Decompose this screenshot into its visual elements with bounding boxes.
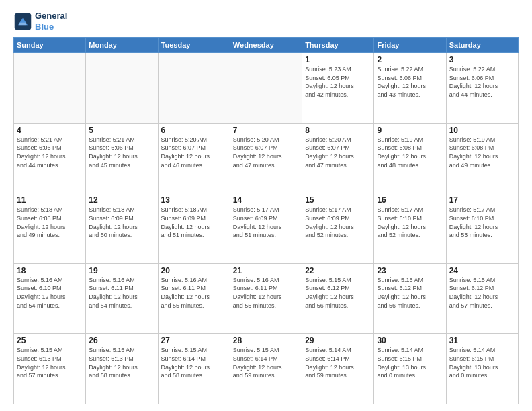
day-number: 17 <box>449 195 515 205</box>
calendar-cell: 31Sunrise: 5:14 AMSunset: 6:15 PMDayligh… <box>446 334 518 404</box>
logo: General Blue <box>13 11 67 32</box>
calendar-cell: 7Sunrise: 5:20 AMSunset: 6:07 PMDaylight… <box>230 123 302 193</box>
calendar-cell: 27Sunrise: 5:15 AMSunset: 6:14 PMDayligh… <box>158 334 230 404</box>
day-info: Sunrise: 5:15 AMSunset: 6:12 PMDaylight:… <box>377 276 443 310</box>
day-number: 6 <box>161 126 227 135</box>
day-info: Sunrise: 5:17 AMSunset: 6:09 PMDaylight:… <box>233 205 299 239</box>
day-info: Sunrise: 5:15 AMSunset: 6:13 PMDaylight:… <box>17 346 83 379</box>
calendar-cell: 28Sunrise: 5:15 AMSunset: 6:14 PMDayligh… <box>230 334 302 404</box>
week-row-3: 18Sunrise: 5:16 AMSunset: 6:10 PMDayligh… <box>14 263 519 334</box>
day-number: 24 <box>449 266 515 275</box>
day-number: 29 <box>305 336 371 345</box>
calendar-cell: 18Sunrise: 5:16 AMSunset: 6:10 PMDayligh… <box>14 263 86 334</box>
day-info: Sunrise: 5:18 AMSunset: 6:09 PMDaylight:… <box>89 205 154 239</box>
day-info: Sunrise: 5:22 AMSunset: 6:06 PMDaylight:… <box>449 65 515 99</box>
day-info: Sunrise: 5:16 AMSunset: 6:11 PMDaylight:… <box>233 276 299 310</box>
calendar-cell: 17Sunrise: 5:17 AMSunset: 6:10 PMDayligh… <box>446 193 518 264</box>
header-row: SundayMondayTuesdayWednesdayThursdayFrid… <box>14 38 519 53</box>
day-info: Sunrise: 5:15 AMSunset: 6:12 PMDaylight:… <box>449 276 515 310</box>
calendar-cell: 23Sunrise: 5:15 AMSunset: 6:12 PMDayligh… <box>374 263 446 334</box>
day-info: Sunrise: 5:17 AMSunset: 6:10 PMDaylight:… <box>377 205 443 239</box>
day-number: 11 <box>17 195 83 205</box>
day-info: Sunrise: 5:17 AMSunset: 6:09 PMDaylight:… <box>305 205 371 239</box>
calendar-cell: 9Sunrise: 5:19 AMSunset: 6:08 PMDaylight… <box>374 123 446 193</box>
week-row-4: 25Sunrise: 5:15 AMSunset: 6:13 PMDayligh… <box>14 334 519 404</box>
day-number: 10 <box>449 126 515 135</box>
calendar-cell <box>158 53 230 124</box>
calendar-cell <box>230 53 302 124</box>
col-header-monday: Monday <box>86 38 158 53</box>
day-number: 28 <box>233 336 299 345</box>
calendar-cell: 2Sunrise: 5:22 AMSunset: 6:06 PMDaylight… <box>374 53 446 124</box>
week-row-0: 1Sunrise: 5:23 AMSunset: 6:05 PMDaylight… <box>14 53 519 124</box>
day-info: Sunrise: 5:14 AMSunset: 6:14 PMDaylight:… <box>305 346 371 379</box>
calendar-cell: 10Sunrise: 5:19 AMSunset: 6:08 PMDayligh… <box>446 123 518 193</box>
day-number: 18 <box>17 266 83 275</box>
calendar-cell: 8Sunrise: 5:20 AMSunset: 6:07 PMDaylight… <box>302 123 374 193</box>
day-number: 2 <box>377 55 443 64</box>
calendar-cell: 22Sunrise: 5:15 AMSunset: 6:12 PMDayligh… <box>302 263 374 334</box>
calendar-cell: 25Sunrise: 5:15 AMSunset: 6:13 PMDayligh… <box>14 334 86 404</box>
day-number: 30 <box>377 336 443 345</box>
day-info: Sunrise: 5:15 AMSunset: 6:12 PMDaylight:… <box>305 276 371 310</box>
col-header-tuesday: Tuesday <box>158 38 230 53</box>
calendar-cell: 5Sunrise: 5:21 AMSunset: 6:06 PMDaylight… <box>86 123 158 193</box>
day-number: 4 <box>17 126 83 135</box>
col-header-friday: Friday <box>374 38 446 53</box>
logo-line1: General <box>35 11 67 21</box>
col-header-wednesday: Wednesday <box>230 38 302 53</box>
calendar-cell <box>86 53 158 124</box>
day-info: Sunrise: 5:21 AMSunset: 6:06 PMDaylight:… <box>17 136 83 169</box>
day-number: 1 <box>305 55 371 64</box>
day-info: Sunrise: 5:22 AMSunset: 6:06 PMDaylight:… <box>377 65 443 99</box>
day-info: Sunrise: 5:16 AMSunset: 6:11 PMDaylight:… <box>161 276 227 310</box>
calendar-cell <box>14 53 86 124</box>
day-number: 26 <box>89 336 154 345</box>
day-number: 19 <box>89 266 154 275</box>
calendar-cell: 20Sunrise: 5:16 AMSunset: 6:11 PMDayligh… <box>158 263 230 334</box>
svg-rect-2 <box>19 22 27 25</box>
day-info: Sunrise: 5:17 AMSunset: 6:10 PMDaylight:… <box>449 205 515 239</box>
day-number: 5 <box>89 126 154 135</box>
day-info: Sunrise: 5:14 AMSunset: 6:15 PMDaylight:… <box>449 346 515 379</box>
week-row-2: 11Sunrise: 5:18 AMSunset: 6:08 PMDayligh… <box>14 193 519 264</box>
col-header-thursday: Thursday <box>302 38 374 53</box>
calendar-cell: 21Sunrise: 5:16 AMSunset: 6:11 PMDayligh… <box>230 263 302 334</box>
day-number: 3 <box>449 55 515 64</box>
week-row-1: 4Sunrise: 5:21 AMSunset: 6:06 PMDaylight… <box>14 123 519 193</box>
day-number: 22 <box>305 266 371 275</box>
day-info: Sunrise: 5:15 AMSunset: 6:14 PMDaylight:… <box>161 346 227 379</box>
calendar-cell: 6Sunrise: 5:20 AMSunset: 6:07 PMDaylight… <box>158 123 230 193</box>
day-info: Sunrise: 5:15 AMSunset: 6:14 PMDaylight:… <box>233 346 299 379</box>
day-number: 25 <box>17 336 83 345</box>
calendar-cell: 3Sunrise: 5:22 AMSunset: 6:06 PMDaylight… <box>446 53 518 124</box>
day-info: Sunrise: 5:14 AMSunset: 6:15 PMDaylight:… <box>377 346 443 379</box>
calendar-cell: 11Sunrise: 5:18 AMSunset: 6:08 PMDayligh… <box>14 193 86 264</box>
calendar-cell: 4Sunrise: 5:21 AMSunset: 6:06 PMDaylight… <box>14 123 86 193</box>
day-info: Sunrise: 5:21 AMSunset: 6:06 PMDaylight:… <box>89 136 154 169</box>
day-info: Sunrise: 5:20 AMSunset: 6:07 PMDaylight:… <box>161 136 227 169</box>
calendar-cell: 15Sunrise: 5:17 AMSunset: 6:09 PMDayligh… <box>302 193 374 264</box>
day-info: Sunrise: 5:18 AMSunset: 6:08 PMDaylight:… <box>17 205 83 239</box>
calendar-cell: 24Sunrise: 5:15 AMSunset: 6:12 PMDayligh… <box>446 263 518 334</box>
day-number: 13 <box>161 195 227 205</box>
calendar-table: SundayMondayTuesdayWednesdayThursdayFrid… <box>13 37 519 404</box>
day-number: 20 <box>161 266 227 275</box>
day-number: 27 <box>161 336 227 345</box>
day-number: 31 <box>449 336 515 345</box>
calendar-cell: 13Sunrise: 5:18 AMSunset: 6:09 PMDayligh… <box>158 193 230 264</box>
day-info: Sunrise: 5:18 AMSunset: 6:09 PMDaylight:… <box>161 205 227 239</box>
calendar-body: 1Sunrise: 5:23 AMSunset: 6:05 PMDaylight… <box>14 53 519 404</box>
day-number: 23 <box>377 266 443 275</box>
day-info: Sunrise: 5:15 AMSunset: 6:13 PMDaylight:… <box>89 346 154 379</box>
day-number: 9 <box>377 126 443 135</box>
page: General Blue SundayMondayTuesdayWednesda… <box>0 0 532 411</box>
day-info: Sunrise: 5:19 AMSunset: 6:08 PMDaylight:… <box>449 136 515 169</box>
day-info: Sunrise: 5:16 AMSunset: 6:11 PMDaylight:… <box>89 276 154 310</box>
day-info: Sunrise: 5:16 AMSunset: 6:10 PMDaylight:… <box>17 276 83 310</box>
calendar-cell: 30Sunrise: 5:14 AMSunset: 6:15 PMDayligh… <box>374 334 446 404</box>
calendar-cell: 12Sunrise: 5:18 AMSunset: 6:09 PMDayligh… <box>86 193 158 264</box>
day-info: Sunrise: 5:23 AMSunset: 6:05 PMDaylight:… <box>305 65 371 99</box>
calendar-cell: 19Sunrise: 5:16 AMSunset: 6:11 PMDayligh… <box>86 263 158 334</box>
calendar-cell: 14Sunrise: 5:17 AMSunset: 6:09 PMDayligh… <box>230 193 302 264</box>
